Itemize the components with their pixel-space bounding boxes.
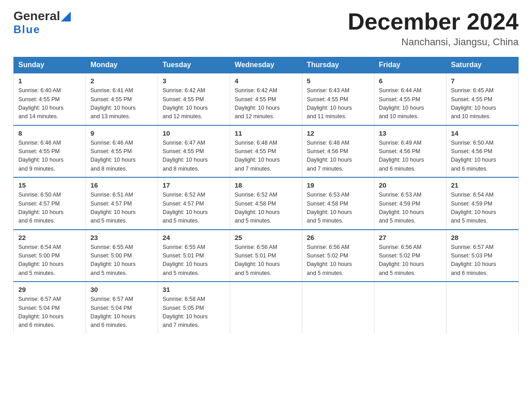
calendar-cell bbox=[230, 282, 302, 334]
day-info: Sunrise: 6:46 AMSunset: 4:55 PMDaylight:… bbox=[18, 140, 64, 172]
title-section: December 2024 Nanchansi, Jiangsu, China bbox=[348, 9, 519, 48]
day-info: Sunrise: 6:41 AMSunset: 4:55 PMDaylight:… bbox=[90, 87, 136, 120]
day-info: Sunrise: 6:40 AMSunset: 4:55 PMDaylight:… bbox=[18, 87, 64, 120]
day-number: 7 bbox=[451, 77, 514, 85]
day-number: 21 bbox=[451, 181, 514, 189]
header-thursday: Thursday bbox=[302, 57, 374, 73]
calendar-cell: 21 Sunrise: 6:54 AMSunset: 4:59 PMDaylig… bbox=[446, 177, 519, 230]
day-number: 30 bbox=[90, 286, 153, 293]
calendar-cell bbox=[446, 282, 519, 334]
calendar-week-row: 1 Sunrise: 6:40 AMSunset: 4:55 PMDayligh… bbox=[14, 73, 519, 125]
calendar-cell: 13 Sunrise: 6:49 AMSunset: 4:56 PMDaylig… bbox=[374, 125, 446, 178]
day-number: 3 bbox=[163, 77, 225, 85]
day-number: 22 bbox=[18, 234, 81, 241]
day-number: 8 bbox=[18, 129, 81, 137]
calendar-cell: 16 Sunrise: 6:51 AMSunset: 4:57 PMDaylig… bbox=[86, 177, 158, 230]
calendar-cell: 4 Sunrise: 6:42 AMSunset: 4:55 PMDayligh… bbox=[230, 73, 302, 125]
day-number: 9 bbox=[90, 129, 153, 137]
day-info: Sunrise: 6:57 AMSunset: 5:04 PMDaylight:… bbox=[90, 296, 136, 328]
day-info: Sunrise: 6:45 AMSunset: 4:55 PMDaylight:… bbox=[451, 87, 496, 120]
calendar-cell: 17 Sunrise: 6:52 AMSunset: 4:57 PMDaylig… bbox=[158, 177, 230, 230]
day-number: 23 bbox=[90, 234, 153, 241]
day-info: Sunrise: 6:52 AMSunset: 4:57 PMDaylight:… bbox=[163, 192, 208, 224]
day-number: 12 bbox=[307, 129, 369, 137]
calendar-table: SundayMondayTuesdayWednesdayThursdayFrid… bbox=[13, 57, 519, 334]
day-info: Sunrise: 6:43 AMSunset: 4:55 PMDaylight:… bbox=[307, 87, 352, 120]
day-info: Sunrise: 6:55 AMSunset: 5:00 PMDaylight:… bbox=[90, 244, 136, 276]
day-info: Sunrise: 6:50 AMSunset: 4:56 PMDaylight:… bbox=[451, 140, 496, 172]
day-number: 16 bbox=[90, 181, 153, 189]
calendar-cell: 3 Sunrise: 6:42 AMSunset: 4:55 PMDayligh… bbox=[158, 73, 230, 125]
day-number: 24 bbox=[163, 234, 225, 241]
day-number: 19 bbox=[307, 181, 369, 189]
day-info: Sunrise: 6:48 AMSunset: 4:56 PMDaylight:… bbox=[307, 140, 352, 172]
day-info: Sunrise: 6:56 AMSunset: 5:01 PMDaylight:… bbox=[235, 244, 280, 276]
logo-general-text: General bbox=[13, 9, 60, 23]
day-info: Sunrise: 6:42 AMSunset: 4:55 PMDaylight:… bbox=[235, 87, 280, 120]
calendar-cell: 28 Sunrise: 6:57 AMSunset: 5:03 PMDaylig… bbox=[446, 230, 519, 282]
calendar-cell: 2 Sunrise: 6:41 AMSunset: 4:55 PMDayligh… bbox=[86, 73, 158, 125]
calendar-cell: 6 Sunrise: 6:44 AMSunset: 4:55 PMDayligh… bbox=[374, 73, 446, 125]
day-number: 4 bbox=[235, 77, 297, 85]
day-number: 15 bbox=[18, 181, 81, 189]
day-info: Sunrise: 6:47 AMSunset: 4:55 PMDaylight:… bbox=[163, 140, 208, 172]
calendar-cell: 1 Sunrise: 6:40 AMSunset: 4:55 PMDayligh… bbox=[14, 73, 86, 125]
day-number: 2 bbox=[90, 77, 153, 85]
calendar-cell: 5 Sunrise: 6:43 AMSunset: 4:55 PMDayligh… bbox=[302, 73, 374, 125]
day-info: Sunrise: 6:53 AMSunset: 4:58 PMDaylight:… bbox=[307, 192, 352, 224]
day-info: Sunrise: 6:58 AMSunset: 5:05 PMDaylight:… bbox=[163, 296, 208, 328]
page-header: General Blue December 2024 Nanchansi, Ji… bbox=[13, 9, 519, 48]
calendar-cell: 31 Sunrise: 6:58 AMSunset: 5:05 PMDaylig… bbox=[158, 282, 230, 334]
day-number: 28 bbox=[451, 234, 514, 241]
day-number: 1 bbox=[18, 77, 81, 85]
day-number: 5 bbox=[307, 77, 369, 85]
day-info: Sunrise: 6:57 AMSunset: 5:03 PMDaylight:… bbox=[451, 244, 496, 276]
day-number: 13 bbox=[379, 129, 442, 137]
day-info: Sunrise: 6:49 AMSunset: 4:56 PMDaylight:… bbox=[379, 140, 424, 172]
header-wednesday: Wednesday bbox=[230, 57, 302, 73]
calendar-cell: 25 Sunrise: 6:56 AMSunset: 5:01 PMDaylig… bbox=[230, 230, 302, 282]
logo: General Blue bbox=[13, 9, 71, 36]
day-number: 18 bbox=[235, 181, 297, 189]
calendar-week-row: 29 Sunrise: 6:57 AMSunset: 5:04 PMDaylig… bbox=[14, 282, 519, 334]
calendar-cell bbox=[374, 282, 446, 334]
day-number: 14 bbox=[451, 129, 514, 137]
calendar-cell: 19 Sunrise: 6:53 AMSunset: 4:58 PMDaylig… bbox=[302, 177, 374, 230]
day-number: 26 bbox=[307, 234, 369, 241]
day-number: 6 bbox=[379, 77, 442, 85]
calendar-header-row: SundayMondayTuesdayWednesdayThursdayFrid… bbox=[14, 57, 519, 73]
calendar-cell: 14 Sunrise: 6:50 AMSunset: 4:56 PMDaylig… bbox=[446, 125, 519, 178]
calendar-cell: 12 Sunrise: 6:48 AMSunset: 4:56 PMDaylig… bbox=[302, 125, 374, 178]
day-number: 11 bbox=[235, 129, 297, 137]
day-info: Sunrise: 6:53 AMSunset: 4:59 PMDaylight:… bbox=[379, 192, 424, 224]
calendar-cell bbox=[302, 282, 374, 334]
calendar-cell: 11 Sunrise: 6:48 AMSunset: 4:55 PMDaylig… bbox=[230, 125, 302, 178]
day-number: 25 bbox=[235, 234, 297, 241]
calendar-week-row: 8 Sunrise: 6:46 AMSunset: 4:55 PMDayligh… bbox=[14, 125, 519, 178]
calendar-cell: 22 Sunrise: 6:54 AMSunset: 5:00 PMDaylig… bbox=[14, 230, 86, 282]
calendar-week-row: 15 Sunrise: 6:50 AMSunset: 4:57 PMDaylig… bbox=[14, 177, 519, 230]
day-number: 20 bbox=[379, 181, 442, 189]
header-tuesday: Tuesday bbox=[158, 57, 230, 73]
day-info: Sunrise: 6:51 AMSunset: 4:57 PMDaylight:… bbox=[90, 192, 136, 224]
calendar-cell: 24 Sunrise: 6:55 AMSunset: 5:01 PMDaylig… bbox=[158, 230, 230, 282]
day-number: 31 bbox=[163, 286, 225, 293]
day-info: Sunrise: 6:44 AMSunset: 4:55 PMDaylight:… bbox=[379, 87, 424, 120]
calendar-cell: 23 Sunrise: 6:55 AMSunset: 5:00 PMDaylig… bbox=[86, 230, 158, 282]
header-monday: Monday bbox=[86, 57, 158, 73]
calendar-week-row: 22 Sunrise: 6:54 AMSunset: 5:00 PMDaylig… bbox=[14, 230, 519, 282]
calendar-cell: 15 Sunrise: 6:50 AMSunset: 4:57 PMDaylig… bbox=[14, 177, 86, 230]
header-friday: Friday bbox=[374, 57, 446, 73]
day-info: Sunrise: 6:54 AMSunset: 5:00 PMDaylight:… bbox=[18, 244, 64, 276]
calendar-cell: 29 Sunrise: 6:57 AMSunset: 5:04 PMDaylig… bbox=[14, 282, 86, 334]
day-number: 10 bbox=[163, 129, 225, 137]
day-info: Sunrise: 6:56 AMSunset: 5:02 PMDaylight:… bbox=[379, 244, 424, 276]
day-info: Sunrise: 6:46 AMSunset: 4:55 PMDaylight:… bbox=[90, 140, 136, 172]
calendar-cell: 18 Sunrise: 6:52 AMSunset: 4:58 PMDaylig… bbox=[230, 177, 302, 230]
day-number: 27 bbox=[379, 234, 442, 241]
header-saturday: Saturday bbox=[446, 57, 519, 73]
day-info: Sunrise: 6:42 AMSunset: 4:55 PMDaylight:… bbox=[163, 87, 208, 120]
calendar-cell: 10 Sunrise: 6:47 AMSunset: 4:55 PMDaylig… bbox=[158, 125, 230, 178]
logo-triangle-icon bbox=[61, 12, 71, 21]
page-title: December 2024 bbox=[348, 9, 519, 34]
